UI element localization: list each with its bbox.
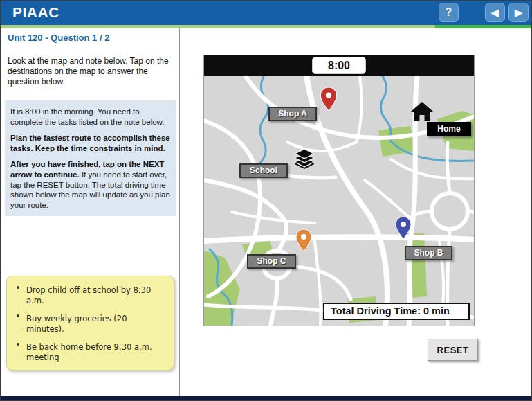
back-button[interactable]: ◀ <box>485 3 505 22</box>
instructions-box: It is 8:00 in the morning. You need to c… <box>5 100 176 216</box>
panel-divider <box>179 28 180 396</box>
task-item-home: Be back home before 9:30 a.m. meeting <box>12 342 167 363</box>
reset-button[interactable]: RESET <box>428 339 478 361</box>
help-button[interactable]: ? <box>439 3 459 22</box>
instructions-paragraph-2: Plan the fastest route to accomplish the… <box>10 133 170 153</box>
progress-strip <box>1 25 532 28</box>
task-item-groceries: Buy weekly groceries (20 minutes). <box>12 314 167 335</box>
next-button[interactable]: ▶ <box>508 3 529 22</box>
school-books-icon <box>292 145 317 173</box>
piaac-window: PIAAC ? ◀ ▶ Unit 120 - Question 1 / 2 Lo… <box>0 0 532 401</box>
sticky-note: Drop child off at school by 8:30 a.m. Bu… <box>6 276 174 371</box>
total-driving-time-label: Total Driving Time: <box>331 305 421 317</box>
question-title: Unit 120 - Question 1 / 2 <box>8 33 109 43</box>
map-label-home[interactable]: Home <box>427 122 471 136</box>
task-list: Drop child off at school by 8:30 a.m. Bu… <box>12 285 167 363</box>
clock-display: 8:00 <box>312 57 366 74</box>
instructions-paragraph-1: It is 8:00 in the morning. You need to c… <box>10 107 170 127</box>
task-item-school: Drop child off at school by 8:30 a.m. <box>12 285 167 306</box>
map-label-shop-b[interactable]: Shop B <box>405 246 452 260</box>
map-body[interactable]: Shop A Home School Shop B Shop C Total D… <box>204 76 474 326</box>
map-label-school[interactable]: School <box>239 163 288 178</box>
map-pin-orange[interactable] <box>295 229 312 254</box>
help-icon: ? <box>446 6 452 18</box>
app-title: PIAAC <box>12 4 59 21</box>
instructions-paragraph-3: After you have finished, tap on the NEXT… <box>10 159 170 210</box>
total-driving-time-value: 0 min <box>423 305 450 317</box>
map-clock-bar: 8:00 <box>204 55 474 76</box>
intro-text: Look at the map and note below. Tap on t… <box>8 56 172 87</box>
map: 8:00 <box>203 55 475 326</box>
next-arrow-icon: ▶ <box>515 7 522 18</box>
bottom-bar <box>1 396 532 401</box>
back-arrow-icon: ◀ <box>491 7 499 18</box>
map-label-shop-c[interactable]: Shop C <box>247 254 296 269</box>
map-pin-red[interactable] <box>320 87 338 114</box>
header-bar: PIAAC ? ◀ ▶ <box>1 1 532 25</box>
map-pin-blue[interactable] <box>395 217 412 242</box>
map-label-shop-a[interactable]: Shop A <box>268 107 317 121</box>
progress-strip-current <box>435 25 532 28</box>
total-driving-time: Total Driving Time: 0 min <box>323 303 470 320</box>
home-icon <box>410 101 434 125</box>
